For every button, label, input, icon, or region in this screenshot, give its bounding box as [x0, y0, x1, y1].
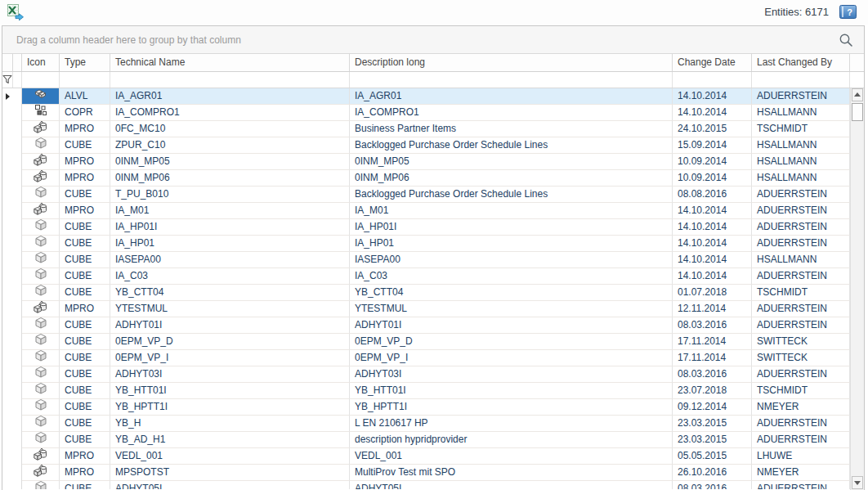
description-cell[interactable]: VEDL_001	[350, 448, 673, 465]
change-date-cell[interactable]: 14.10.2014	[673, 105, 752, 121]
search-icon[interactable]	[838, 32, 854, 48]
type-cell[interactable]: CUBE	[60, 334, 110, 350]
technical-name-cell[interactable]: 0FC_MC10	[110, 121, 350, 137]
column-header-type[interactable]: Type	[60, 54, 110, 71]
filter-input-type[interactable]	[60, 72, 110, 88]
table-row[interactable]: CUBE IA_C03 IA_C03 14.10.2014 ADUERRSTEI…	[2, 268, 850, 285]
table-row[interactable]: MPRO YTESTMUL YTESTMUL 12.11.2014 ADUERR…	[2, 301, 850, 317]
column-header-last-changed-by[interactable]: Last Changed By	[752, 54, 850, 71]
technical-name-cell[interactable]: IA_HP01	[110, 236, 350, 252]
description-cell[interactable]: Business Partner Items	[350, 121, 673, 137]
table-row[interactable]: CUBE YB_AD_H1 description hypridprovider…	[2, 432, 850, 448]
last-changed-by-cell[interactable]: ADUERRSTEIN	[752, 203, 850, 219]
column-header-description[interactable]: Description long	[350, 54, 673, 71]
filter-funnel-cell[interactable]	[2, 72, 13, 88]
type-cell[interactable]: CUBE	[60, 399, 110, 416]
entity-icon-cell[interactable]	[22, 219, 60, 236]
table-row[interactable]: CUBE ADHYT03I ADHYT03I 08.03.2016 ADUERR…	[2, 366, 850, 383]
technical-name-cell[interactable]: ADHYT01I	[110, 317, 350, 334]
last-changed-by-cell[interactable]: LHUWE	[752, 448, 850, 465]
technical-name-cell[interactable]: IA_C03	[110, 268, 350, 285]
description-cell[interactable]: IA_HP01	[350, 236, 673, 252]
technical-name-cell[interactable]: 0INM_MP05	[110, 154, 350, 170]
last-changed-by-cell[interactable]: TSCHMIDT	[752, 383, 850, 399]
last-changed-by-cell[interactable]: ADUERRSTEIN	[752, 416, 850, 432]
technical-name-cell[interactable]: IA_AGR01	[110, 88, 350, 105]
vertical-scrollbar[interactable]	[850, 88, 864, 490]
scroll-down-button[interactable]	[852, 476, 863, 489]
change-date-cell[interactable]: 23.07.2018	[673, 383, 752, 399]
last-changed-by-cell[interactable]: ADUERRSTEIN	[752, 317, 850, 334]
change-date-cell[interactable]: 14.10.2014	[673, 252, 752, 268]
technical-name-cell[interactable]: 0EPM_VP_D	[110, 334, 350, 350]
table-row[interactable]: MPRO VEDL_001 VEDL_001 05.05.2015 LHUWE	[2, 448, 850, 465]
table-row[interactable]: CUBE IA_HP01I IA_HP01I 14.10.2014 ADUERR…	[2, 219, 850, 236]
entity-icon-cell[interactable]	[22, 334, 60, 350]
change-date-cell[interactable]: 14.10.2014	[673, 219, 752, 236]
change-date-cell[interactable]: 12.11.2014	[673, 301, 752, 317]
entity-icon-cell[interactable]	[22, 285, 60, 301]
column-header-technical-name[interactable]: Technical Name	[110, 54, 350, 71]
last-changed-by-cell[interactable]: NMEYER	[752, 465, 850, 481]
last-changed-by-cell[interactable]: HSALLMANN	[752, 252, 850, 268]
entity-icon-cell[interactable]	[22, 301, 60, 317]
change-date-cell[interactable]: 08.08.2016	[673, 187, 752, 203]
technical-name-cell[interactable]: YB_HPTT1I	[110, 399, 350, 416]
table-row[interactable]: CUBE 0EPM_VP_I 0EPM_VP_I 17.11.2014 SWIT…	[2, 350, 850, 366]
change-date-cell[interactable]: 08.03.2016	[673, 366, 752, 383]
entity-icon-cell[interactable]	[22, 170, 60, 187]
description-cell[interactable]: description hypridprovider	[350, 432, 673, 448]
last-changed-by-cell[interactable]: HSALLMANN	[752, 105, 850, 121]
table-row[interactable]: CUBE YB_HPTT1I YB_HPTT1I 09.12.2014 NMEY…	[2, 399, 850, 416]
description-cell[interactable]: YB_HPTT1I	[350, 399, 673, 416]
type-cell[interactable]: CUBE	[60, 252, 110, 268]
group-by-panel[interactable]: Drag a column header here to group by th…	[2, 26, 864, 54]
change-date-cell[interactable]: 14.10.2014	[673, 268, 752, 285]
change-date-cell[interactable]: 05.05.2015	[673, 448, 752, 465]
technical-name-cell[interactable]: ZPUR_C10	[110, 137, 350, 154]
filter-input-icon[interactable]	[22, 72, 60, 88]
last-changed-by-cell[interactable]: ADUERRSTEIN	[752, 268, 850, 285]
entity-icon-cell[interactable]	[22, 448, 60, 465]
description-cell[interactable]: IASEPA00	[350, 252, 673, 268]
table-row[interactable]: CUBE ADHYT01I ADHYT01I 08.03.2016 ADUERR…	[2, 317, 850, 334]
description-cell[interactable]: YTESTMUL	[350, 301, 673, 317]
last-changed-by-cell[interactable]: SWITTECK	[752, 334, 850, 350]
entity-icon-cell[interactable]	[22, 137, 60, 154]
entity-icon-cell[interactable]	[22, 465, 60, 481]
entity-icon-cell[interactable]	[22, 383, 60, 399]
type-cell[interactable]: CUBE	[60, 268, 110, 285]
technical-name-cell[interactable]: YB_AD_H1	[110, 432, 350, 448]
entity-icon-cell[interactable]	[22, 416, 60, 432]
change-date-cell[interactable]: 17.11.2014	[673, 350, 752, 366]
type-cell[interactable]: CUBE	[60, 350, 110, 366]
type-cell[interactable]: CUBE	[60, 383, 110, 399]
last-changed-by-cell[interactable]: HSALLMANN	[752, 170, 850, 187]
type-cell[interactable]: MPRO	[60, 170, 110, 187]
entity-icon-cell[interactable]	[22, 268, 60, 285]
entity-icon-cell[interactable]	[22, 187, 60, 203]
description-cell[interactable]: YB_HTT01I	[350, 383, 673, 399]
type-cell[interactable]: CUBE	[60, 219, 110, 236]
entity-icon-cell[interactable]	[22, 121, 60, 137]
technical-name-cell[interactable]: YTESTMUL	[110, 301, 350, 317]
technical-name-cell[interactable]: IASEPA00	[110, 252, 350, 268]
technical-name-cell[interactable]: MPSPOTST	[110, 465, 350, 481]
change-date-cell[interactable]: 14.10.2014	[673, 236, 752, 252]
entity-icon-cell[interactable]	[22, 252, 60, 268]
entity-icon-cell[interactable]	[22, 88, 60, 105]
technical-name-cell[interactable]: 0INM_MP06	[110, 170, 350, 187]
table-row[interactable]: CUBE ZPUR_C10 Backlogged Purchase Order …	[2, 137, 850, 154]
entity-icon-cell[interactable]	[22, 350, 60, 366]
entity-icon-cell[interactable]	[22, 154, 60, 170]
type-cell[interactable]: COPR	[60, 105, 110, 121]
filter-input-change-date[interactable]	[673, 72, 752, 88]
last-changed-by-cell[interactable]: TSCHMIDT	[752, 285, 850, 301]
type-cell[interactable]: MPRO	[60, 121, 110, 137]
technical-name-cell[interactable]: IA_M01	[110, 203, 350, 219]
description-cell[interactable]: 0INM_MP05	[350, 154, 673, 170]
change-date-cell[interactable]: 09.12.2014	[673, 399, 752, 416]
type-cell[interactable]: CUBE	[60, 481, 110, 489]
change-date-cell[interactable]: 10.09.2014	[673, 170, 752, 187]
type-cell[interactable]: MPRO	[60, 154, 110, 170]
